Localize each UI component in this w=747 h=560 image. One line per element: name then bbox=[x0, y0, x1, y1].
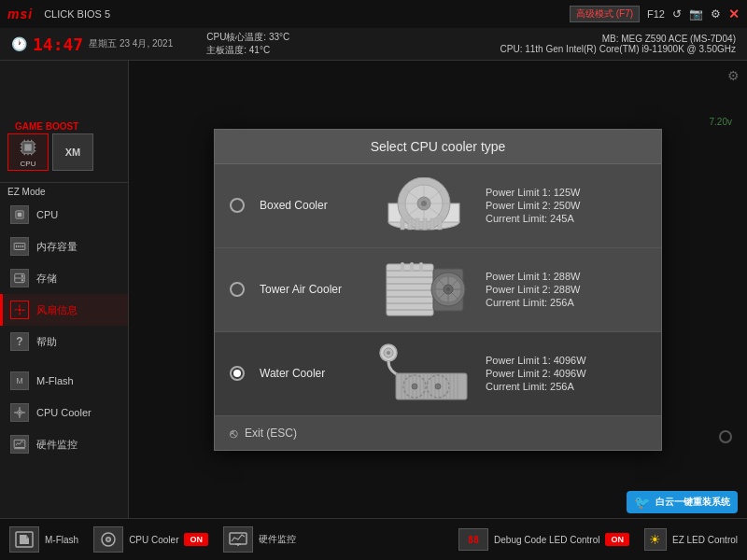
cpu-cooler-dialog: Select CPU cooler type Boxed Cooler bbox=[214, 129, 662, 451]
cpucooler-label: CPU Cooler bbox=[129, 535, 178, 545]
svg-rect-41 bbox=[401, 218, 404, 230]
svg-point-24 bbox=[21, 279, 23, 281]
sidebar-cpu-label: CPU bbox=[36, 209, 58, 220]
svg-rect-65 bbox=[410, 262, 414, 272]
debug-led-display: 88 bbox=[458, 528, 488, 551]
dialog-exit-button[interactable]: ⎋ Exit (ESC) bbox=[215, 416, 661, 450]
msi-logo: msi bbox=[7, 7, 33, 21]
sidebar-item-mflash[interactable]: M M-Flash bbox=[0, 365, 128, 397]
mflash-icon bbox=[9, 526, 39, 553]
debug-led-label: Debug Code LED Control bbox=[494, 535, 599, 545]
hwmonitor-button[interactable]: 硬件监控 bbox=[223, 526, 296, 553]
sidebar-item-memory[interactable]: 内存容量 bbox=[0, 231, 128, 262]
boxed-spec-0: Power Limit 1: 125W bbox=[486, 187, 580, 198]
tower-spec-1: Power Limit 2: 288W bbox=[486, 284, 580, 295]
sidebar-item-hwmonitor[interactable]: 硬件监控 bbox=[0, 428, 128, 460]
storage-sidebar-icon bbox=[10, 269, 29, 287]
ez-led-section[interactable]: ☀ EZ LED Control bbox=[644, 528, 738, 551]
boxed-cooler-radio[interactable] bbox=[230, 198, 245, 213]
cpu-boost-icon[interactable]: CPU bbox=[7, 133, 49, 171]
f12-label: F12 bbox=[647, 8, 665, 20]
xm-boost-label: XM bbox=[65, 147, 81, 158]
sidebar-item-help[interactable]: ? 帮助 bbox=[0, 326, 128, 357]
svg-point-63 bbox=[446, 287, 450, 291]
temp-section: CPU核心温度: 33°C 主板温度: 41°C bbox=[206, 31, 289, 57]
svg-rect-42 bbox=[408, 218, 412, 230]
boxed-spec-2: Current Limit: 245A bbox=[486, 213, 580, 224]
svg-point-94 bbox=[107, 539, 110, 541]
cpu-temp: CPU核心温度: 33°C bbox=[206, 31, 289, 44]
cpu-info: CPU: 11th Gen Intel(R) Core(TM) i9-11900… bbox=[500, 44, 736, 54]
svg-rect-45 bbox=[430, 218, 434, 230]
svg-rect-15 bbox=[18, 213, 22, 217]
cpucooler-toggle[interactable]: ON bbox=[184, 533, 208, 546]
clock-icon: 🕐 bbox=[11, 36, 27, 51]
svg-rect-46 bbox=[438, 218, 442, 230]
cpucooler-icon bbox=[93, 526, 123, 553]
settings-icon[interactable]: ⚙ bbox=[711, 7, 721, 21]
tower-spec-2: Current Limit: 256A bbox=[486, 297, 580, 308]
game-boost-icons: CPU XM bbox=[7, 133, 120, 171]
twitter-icon: 🐦 bbox=[634, 495, 650, 510]
watermark-text: 白云一键重装系统 bbox=[655, 496, 730, 509]
boxed-spec-1: Power Limit 2: 250W bbox=[486, 200, 580, 211]
water-cooler-radio[interactable] bbox=[230, 366, 245, 381]
watermark: 🐦 白云一键重装系统 bbox=[627, 491, 738, 513]
xm-boost-icon[interactable]: XM bbox=[52, 133, 93, 171]
svg-rect-44 bbox=[423, 218, 427, 230]
cpucooler-button[interactable]: CPU Cooler ON bbox=[93, 526, 208, 553]
hwmonitor-icon bbox=[223, 526, 253, 553]
tower-cooler-option[interactable]: Tower Air Cooler bbox=[215, 248, 661, 332]
mode-button[interactable]: 高级模式 (F7) bbox=[570, 6, 640, 22]
svg-rect-18 bbox=[18, 245, 19, 247]
tower-cooler-name: Tower Air Cooler bbox=[260, 283, 362, 296]
sidebar-item-cpu[interactable]: CPU bbox=[0, 199, 128, 231]
sidebar-mflash-label: M-Flash bbox=[36, 375, 74, 386]
svg-rect-20 bbox=[22, 245, 23, 247]
sidebar-storage-label: 存储 bbox=[36, 272, 57, 286]
sidebar: CPU Speed DDR Speed 3.50 GHz GAME BOOST bbox=[0, 61, 129, 560]
date-display: 星期五 23 4月, 2021 bbox=[89, 37, 173, 50]
status-bar: 🕐 14:47 星期五 23 4月, 2021 CPU核心温度: 33°C 主板… bbox=[0, 28, 747, 61]
mflash-button[interactable]: M-Flash bbox=[9, 526, 78, 553]
sidebar-item-cpucooler[interactable]: CPU Cooler bbox=[0, 397, 128, 428]
mb-info: MB: MEG Z590 ACE (MS-7D04) bbox=[602, 34, 736, 44]
sidebar-item-storage[interactable]: 存储 bbox=[0, 262, 128, 294]
sidebar-help-label: 帮助 bbox=[36, 335, 57, 349]
tower-spec-0: Power Limit 1: 288W bbox=[486, 271, 580, 282]
tower-cooler-image bbox=[377, 259, 471, 320]
boxed-cooler-specs: Power Limit 1: 125W Power Limit 2: 250W … bbox=[486, 187, 580, 224]
svg-point-23 bbox=[21, 275, 23, 277]
screenshot-icon[interactable]: 📷 bbox=[689, 7, 703, 21]
close-button[interactable]: ✕ bbox=[728, 7, 740, 21]
boxed-cooler-option[interactable]: Boxed Cooler bbox=[215, 164, 661, 248]
svg-rect-64 bbox=[401, 262, 404, 272]
tower-cooler-specs: Power Limit 1: 288W Power Limit 2: 288W … bbox=[486, 271, 580, 308]
water-cooler-image bbox=[377, 343, 471, 404]
water-cooler-name: Water Cooler bbox=[260, 367, 362, 380]
dialog-body: Boxed Cooler bbox=[215, 164, 661, 450]
sys-info: MB: MEG Z590 ACE (MS-7D04) CPU: 11th Gen… bbox=[500, 34, 736, 54]
refresh-icon[interactable]: ↺ bbox=[672, 7, 682, 21]
debug-toggle[interactable]: ON bbox=[605, 533, 629, 546]
water-cooler-radio-dot bbox=[233, 370, 241, 377]
water-cooler-option[interactable]: Water Cooler bbox=[215, 332, 661, 416]
sidebar-item-fan[interactable]: 风扇信息 bbox=[0, 294, 128, 326]
water-cooler-specs: Power Limit 1: 4096W Power Limit 2: 4096… bbox=[486, 355, 586, 392]
svg-rect-1 bbox=[24, 144, 31, 150]
hwmonitor-sidebar-icon bbox=[10, 435, 29, 454]
tower-cooler-radio[interactable] bbox=[230, 282, 245, 297]
svg-point-69 bbox=[387, 351, 390, 355]
debug-led-section[interactable]: 88 Debug Code LED Control ON bbox=[458, 528, 629, 551]
svg-point-25 bbox=[19, 309, 21, 312]
cpucooler-sidebar-icon bbox=[10, 403, 29, 422]
ez-mode-label: EZ Mode bbox=[0, 182, 128, 199]
sidebar-memory-label: 内存容量 bbox=[36, 240, 78, 254]
svg-point-88 bbox=[412, 384, 417, 389]
mflash-sidebar-icon: M bbox=[10, 371, 29, 390]
game-boost-title: GAME BOOST bbox=[7, 116, 120, 133]
svg-rect-95 bbox=[230, 533, 247, 544]
svg-point-40 bbox=[421, 201, 427, 206]
water-spec-0: Power Limit 1: 4096W bbox=[486, 355, 586, 366]
bottom-bar: M-Flash CPU Cooler ON 硬件监控 88 Debug bbox=[0, 518, 747, 560]
